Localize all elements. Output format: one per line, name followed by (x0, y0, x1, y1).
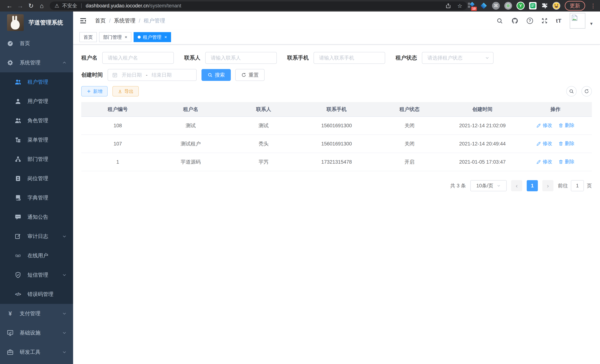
github-icon[interactable] (511, 17, 519, 25)
close-icon[interactable]: × (164, 35, 167, 40)
edit-link[interactable]: 修改 (536, 122, 552, 129)
extension-y-icon[interactable]: Y (516, 2, 525, 10)
sidebar-item-post[interactable]: 岗位管理 (0, 169, 73, 188)
goto-page-input[interactable] (571, 180, 584, 191)
extension-kite-icon[interactable] (480, 2, 488, 10)
sidebar-logo-row[interactable]: 芋道管理系统 (0, 11, 73, 34)
sidebar-item-pay[interactable]: ¥ 支付管理 (0, 304, 73, 323)
profile-avatar-icon[interactable] (553, 2, 560, 10)
chrome-update-button[interactable]: 更新 (565, 1, 585, 10)
tenant-name-input[interactable] (102, 52, 174, 64)
tab-dept[interactable]: 部门管理 × (99, 32, 131, 42)
status-select-input[interactable] (422, 52, 494, 64)
contact-input[interactable] (205, 52, 277, 64)
dictionary-icon (14, 194, 21, 201)
avatar[interactable] (570, 13, 585, 28)
sidebar-item-system[interactable]: 系统管理 (0, 53, 73, 72)
tab-tenant[interactable]: 租户管理 × (134, 32, 171, 42)
sidebar-item-menu[interactable]: 菜单管理 (0, 130, 73, 149)
date-range-picker[interactable]: 开始日期 - 结束日期 (108, 69, 197, 81)
sidebar-collapse-icon[interactable] (79, 17, 87, 25)
sidebar-item-tenant[interactable]: 租户管理 (0, 72, 73, 92)
not-secure-icon[interactable]: ⚠ (55, 3, 59, 9)
show-search-button[interactable] (566, 86, 577, 96)
help-icon[interactable]: ? (527, 18, 533, 24)
page-size-select[interactable]: 10条/页 (470, 180, 507, 191)
people-icon (14, 117, 21, 124)
app-logo (7, 14, 24, 31)
pagination: 共 3 条 10条/页 ‹ 1 › 前往 页 (81, 180, 592, 191)
close-icon[interactable]: × (125, 35, 127, 40)
col-status: 租户状态 (373, 102, 446, 117)
end-date-placeholder[interactable]: 结束日期 (151, 72, 172, 78)
extension-chat-icon[interactable] (529, 2, 536, 9)
extension-tag-manager-icon[interactable]: 10 (468, 2, 475, 10)
bookmark-star-icon[interactable]: ☆ (457, 3, 462, 9)
system-submenu: 租户管理 用户管理 角色管理 菜单管理 部门管理 (0, 72, 73, 304)
prev-page-button[interactable]: ‹ (511, 180, 522, 191)
edit-link[interactable]: 修改 (536, 140, 552, 147)
sidebar-item-label: 审计日志 (28, 233, 48, 240)
sidebar-item-dept[interactable]: 部门管理 (0, 149, 73, 169)
delete-link[interactable]: 删除 (558, 159, 574, 165)
download-icon (118, 89, 122, 94)
cell-name: 测试租户 (154, 135, 227, 153)
avatar-caret-icon[interactable]: ▾ (590, 21, 593, 27)
sidebar-item-dict[interactable]: 字典管理 (0, 188, 73, 207)
refresh-table-button[interactable] (581, 86, 592, 96)
address-bar[interactable]: ⚠ 不安全 dashboard.yudao.iocoder.cn/system/… (50, 1, 467, 10)
sidebar-item-online-user[interactable]: 在线用户 (0, 246, 73, 265)
status-select[interactable] (422, 52, 494, 64)
delete-link[interactable]: 删除 (558, 122, 574, 129)
search-button[interactable]: 搜索 (201, 69, 231, 81)
tenant-table: 租户编号 租户名 联系人 联系手机 租户状态 创建时间 操作 108 测试 测试 (81, 102, 592, 171)
tree-icon (14, 136, 21, 143)
browser-forward-icon[interactable]: → (15, 0, 26, 11)
share-icon[interactable] (445, 3, 451, 9)
next-page-button[interactable]: › (542, 180, 553, 191)
extension-recorder-icon[interactable] (504, 2, 512, 10)
breadcrumb-system[interactable]: 系统管理 (114, 17, 135, 25)
table-row: 107 测试租户 秃头 15601691300 关闭 2021-12-14 20… (81, 135, 592, 153)
delete-link[interactable]: 删除 (558, 140, 574, 147)
start-date-placeholder[interactable]: 开始日期 (122, 72, 142, 78)
sidebar-item-user[interactable]: 用户管理 (0, 92, 73, 111)
sidebar-item-error-code[interactable]: </> 错误码管理 (0, 285, 73, 304)
col-actions: 操作 (519, 102, 592, 117)
tab-home[interactable]: 首页 (79, 32, 97, 42)
breadcrumb-current: 租户管理 (144, 17, 165, 25)
sidebar-item-sms[interactable]: 短信管理 (0, 265, 73, 285)
trash-icon (558, 123, 563, 128)
fullscreen-icon[interactable] (541, 18, 548, 24)
cell-contact: 测试 (227, 117, 300, 135)
sidebar-item-dev-tools[interactable]: 研发工具 (0, 343, 73, 362)
font-size-icon[interactable]: tT (556, 18, 562, 24)
add-button[interactable]: 新增 (81, 86, 108, 96)
sidebar-item-infra[interactable]: 基础设施 (0, 323, 73, 343)
sidebar-item-role[interactable]: 角色管理 (0, 111, 73, 130)
chevron-down-icon (62, 272, 67, 277)
browser-home-icon[interactable]: ⌂ (36, 0, 47, 11)
extension-command-icon[interactable]: ⌘ (492, 2, 500, 10)
export-button[interactable]: 导出 (112, 86, 139, 96)
current-page-button[interactable]: 1 (527, 180, 538, 191)
extensions-puzzle-icon[interactable] (541, 2, 548, 9)
phone-input[interactable] (314, 52, 385, 64)
org-chart-icon (14, 156, 21, 163)
edit-link[interactable]: 修改 (536, 159, 552, 165)
table-row: 1 芋道源码 芋艿 17321315478 开启 2021-01-05 17:0… (81, 153, 592, 171)
sidebar-item-home[interactable]: 首页 (0, 34, 73, 53)
reset-button-label: 重置 (249, 72, 259, 78)
reset-button[interactable]: 重置 (235, 69, 264, 81)
create-time-label: 创建时间 (81, 71, 103, 79)
header-search-icon[interactable] (496, 18, 503, 24)
browser-menu-icon[interactable]: ⋮ (590, 3, 596, 9)
browser-back-icon[interactable]: ← (4, 0, 15, 11)
dashboard-icon (7, 40, 14, 47)
browser-reload-icon[interactable]: ↻ (26, 0, 36, 11)
page-size-value: 10条/页 (476, 182, 493, 189)
col-created: 创建时间 (446, 102, 519, 117)
sidebar-item-audit-log[interactable]: 审计日志 (0, 227, 73, 246)
sidebar-item-notice[interactable]: 通知公告 (0, 207, 73, 227)
breadcrumb-home[interactable]: 首页 (95, 17, 106, 25)
